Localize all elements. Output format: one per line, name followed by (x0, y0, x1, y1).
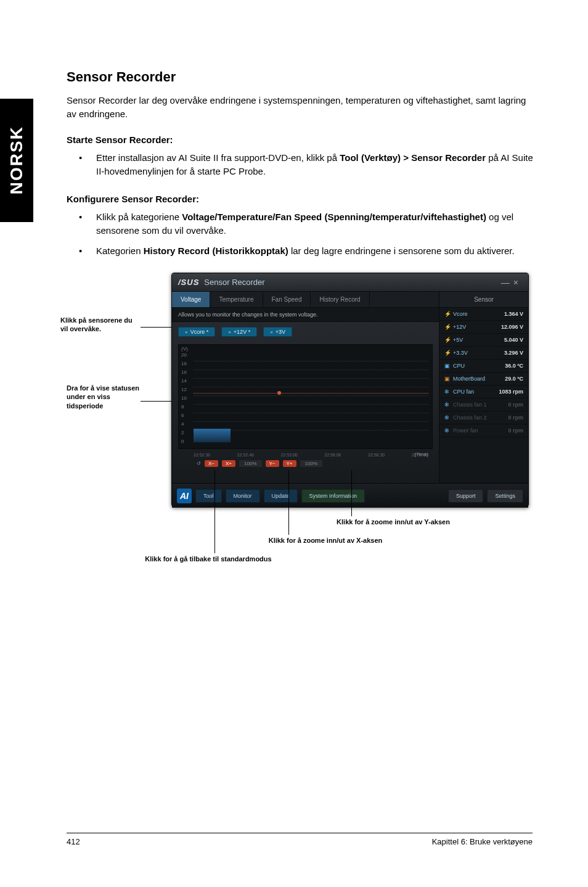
bold-text: Tool (Verktøy) > Sensor Recorder (340, 152, 486, 163)
window-titlebar: /SUS Sensor Recorder —× (172, 273, 528, 292)
sensor-row[interactable]: ⚡+3.3V3.296 V (439, 347, 528, 360)
close-icon[interactable]: × (513, 278, 522, 287)
system-information-button[interactable]: System Information (301, 489, 365, 503)
app-bottom-bar: AI Tool Monitor Update System Informatio… (172, 483, 528, 508)
chip-close-icon[interactable]: × (228, 329, 231, 335)
start-bullet: Etter installasjon av AI Suite II fra su… (67, 151, 535, 179)
gridline (194, 413, 428, 413)
update-button[interactable]: Update (264, 489, 298, 503)
ytick: 0 (181, 439, 184, 444)
zoom-x-percent: 100% (239, 460, 261, 467)
tab-voltage[interactable]: Voltage (172, 292, 210, 307)
ytick: 20 (181, 352, 187, 358)
chip-label: Vcore * (190, 329, 209, 335)
sensor-row[interactable]: ⚡Vcore1.364 V (439, 308, 528, 321)
sensor-name: ✻Power fan (444, 427, 508, 434)
sensor-row[interactable]: ▣CPU36.0 ºC (439, 360, 528, 373)
tool-button[interactable]: Tool (195, 489, 222, 503)
gridline (194, 404, 428, 405)
chip-3v[interactable]: ×+3V (263, 327, 292, 337)
ytick: 6 (181, 413, 184, 418)
config-heading: Konfigurere Sensor Recorder: (67, 194, 535, 204)
reset-zoom-icon[interactable]: ↺ (197, 461, 201, 466)
ai-suite-logo-icon[interactable]: AI (177, 489, 192, 503)
page-number: 412 (67, 837, 80, 846)
callout-line (214, 470, 215, 553)
y-axis-label: (V) (181, 346, 188, 352)
callout-sensors: Klikk på sensorene du vil overvåke. (60, 316, 141, 334)
start-list: Etter installasjon av AI Suite II fra su… (67, 151, 535, 179)
zoom-x-minus-button[interactable]: X− (205, 460, 218, 467)
sensor-row[interactable]: ⚡+12V12.096 V (439, 321, 528, 334)
sensor-value: 5.040 V (504, 337, 523, 343)
sensor-value: 3.296 V (504, 350, 523, 356)
settings-button[interactable]: Settings (487, 489, 523, 503)
side-language-tab: NORSK (0, 99, 33, 222)
ytick: 2 (181, 430, 184, 435)
callout-text: Klikk på sensorene du vil overvåke. (60, 316, 133, 332)
sensor-name: ⚡+12V (444, 324, 501, 330)
series-point (277, 391, 281, 395)
monitor-button[interactable]: Monitor (226, 489, 260, 503)
page-footer: 412 Kapittel 6: Bruke verktøyene (67, 833, 533, 846)
sensor-row[interactable]: ✻CPU fan1083 rpm (439, 386, 528, 398)
screenshot-figure: Klikk på sensorene du vil overvåke. Dra … (60, 273, 535, 581)
window-controls[interactable]: —× (501, 278, 522, 287)
sensor-row[interactable]: ✻Chassis fan 20 rpm (439, 411, 528, 424)
sensor-value: 36.0 ºC (505, 363, 523, 369)
gridline (194, 378, 428, 379)
xtick: 22:53:00 (281, 453, 298, 457)
bold-text: History Record (Historikkopptak) (144, 245, 288, 256)
callout-text: Klikk for å zoome inn/ut av X-aksen (269, 537, 383, 544)
sensor-name: ▣CPU (444, 363, 505, 369)
tab-history-record[interactable]: History Record (311, 292, 369, 307)
sensor-value: 0 rpm (508, 415, 523, 421)
tab-temperature[interactable]: Temperature (210, 292, 263, 307)
xtick: 22:52:36 (194, 453, 210, 457)
sensor-side-panel: Sensor ⚡Vcore1.364 V⚡+12V12.096 V⚡+5V5.0… (439, 292, 528, 483)
intro-paragraph: Sensor Recorder lar deg overvåke endring… (67, 94, 535, 121)
tab-description: Allows you to monitor the changes in the… (172, 308, 439, 322)
sensor-icon: ✻ (444, 389, 451, 395)
sensor-value: 0 rpm (508, 402, 523, 408)
start-heading: Starte Sensor Recorder: (67, 134, 535, 145)
text: lar deg lagre endringene i sensorene som… (288, 245, 515, 256)
voltage-chart[interactable]: (V) 20 18 16 14 12 10 8 6 4 2 0 (178, 344, 433, 449)
text: Klikk på kategoriene (96, 212, 182, 222)
sensor-name: ▣MotherBoard (444, 376, 505, 382)
sensor-name: ✻CPU fan (444, 389, 499, 395)
gridline (194, 421, 428, 422)
sensor-row[interactable]: ⚡+5V5.040 V (439, 334, 528, 347)
config-list: Klikk på kategoriene Voltage/Temperature… (67, 210, 535, 258)
sensor-icon: ▣ (444, 376, 451, 382)
text: Kategorien (96, 245, 144, 256)
minimize-icon[interactable]: — (501, 278, 513, 287)
chip-vcore[interactable]: ×Vcore * (178, 327, 215, 337)
x-axis-label: (Time) (414, 452, 428, 457)
tab-fan-speed[interactable]: Fan Speed (263, 292, 311, 307)
support-button[interactable]: Support (448, 489, 484, 503)
callout-line (351, 470, 352, 516)
x-ticks: 22:52:36 22:52:48 22:53:00 22:58:06 22:5… (194, 453, 428, 457)
ytick: 4 (181, 421, 184, 427)
zoom-y-minus-button[interactable]: Y− (266, 460, 279, 467)
sensor-chip-row: ×Vcore * ×+12V * ×+3V (172, 322, 439, 342)
sensor-value: 1.364 V (504, 311, 523, 317)
sensor-icon: ⚡ (444, 311, 451, 317)
zoom-y-plus-button[interactable]: Y+ (283, 460, 296, 467)
chip-close-icon[interactable]: × (270, 329, 273, 335)
sensor-icon: ⚡ (444, 324, 451, 330)
sensor-row[interactable]: ✻Power fan0 rpm (439, 424, 528, 437)
config-bullet-2: Kategorien History Record (Historikkoppt… (67, 244, 535, 258)
zoom-x-plus-button[interactable]: X+ (222, 460, 235, 467)
chip-close-icon[interactable]: × (185, 329, 188, 335)
sensor-row[interactable]: ✻Chassis fan 10 rpm (439, 398, 528, 411)
sensor-row[interactable]: ▣MotherBoard29.0 ºC (439, 373, 528, 386)
sensor-value: 12.096 V (501, 324, 523, 330)
sensor-recorder-window: /SUS Sensor Recorder —× Voltage Temperat… (171, 273, 529, 507)
sensor-icon: ✻ (444, 427, 451, 434)
sensor-name: ⚡Vcore (444, 311, 504, 317)
chip-12v[interactable]: ×+12V * (221, 327, 257, 337)
zoom-controls: ↺ X− X+ 100% Y− Y+ 100% (197, 460, 433, 467)
callout-default-mode: Klikk for å gå tilbake til standardmodus (116, 555, 301, 563)
